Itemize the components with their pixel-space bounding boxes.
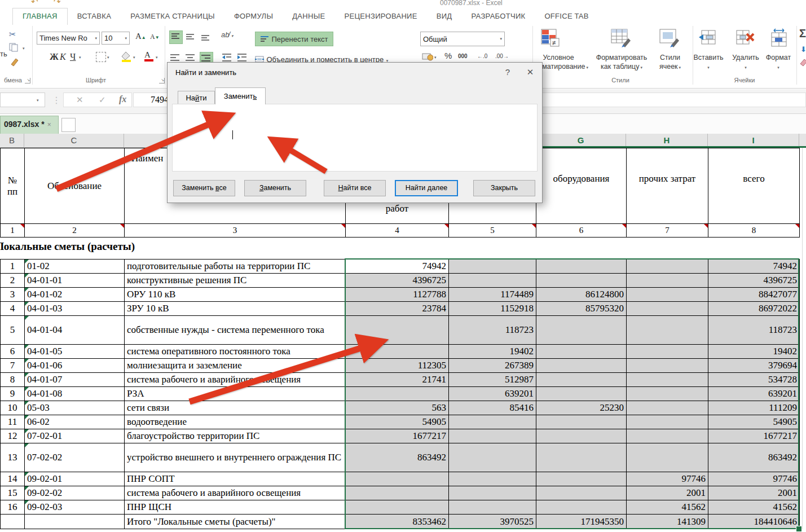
- ribbon-tab-разработчик[interactable]: РАЗРАБОТЧИК: [461, 8, 535, 25]
- row-name-cell[interactable]: система рабочего и аварийного освещения: [125, 486, 346, 500]
- value-cell[interactable]: [627, 429, 708, 443]
- value-cell[interactable]: [346, 486, 449, 500]
- value-cell[interactable]: 111209: [708, 401, 800, 415]
- row-name-cell[interactable]: ЗРУ 10 кВ: [125, 302, 346, 316]
- delete-cells-icon[interactable]: [735, 29, 755, 49]
- dialog-button-заменить[interactable]: Заменить: [244, 180, 306, 196]
- value-cell[interactable]: [449, 443, 536, 472]
- value-cell[interactable]: 74942: [708, 260, 800, 274]
- value-cell[interactable]: [627, 387, 708, 401]
- row-number-cell[interactable]: 12: [1, 429, 25, 443]
- value-cell[interactable]: [536, 274, 627, 288]
- row-name-cell[interactable]: Итого "Локальные сметы (расчеты)": [125, 515, 346, 529]
- value-cell[interactable]: [536, 429, 627, 443]
- value-cell[interactable]: [536, 260, 627, 274]
- value-cell[interactable]: 25230: [536, 401, 627, 415]
- value-cell[interactable]: 97746: [708, 472, 800, 486]
- row-name-cell[interactable]: ОРУ 110 кВ: [125, 288, 346, 302]
- row-number-cell[interactable]: 15: [1, 486, 25, 500]
- align-top-button[interactable]: [169, 30, 183, 44]
- value-cell[interactable]: 141309: [627, 515, 708, 529]
- column-number-cell-5[interactable]: 5: [449, 224, 536, 238]
- value-cell[interactable]: 1174489: [449, 288, 536, 302]
- value-cell[interactable]: [449, 472, 536, 486]
- row-name-cell[interactable]: система рабочего и аварийного освещения: [125, 373, 346, 387]
- format-as-table-icon[interactable]: [610, 28, 632, 51]
- value-cell[interactable]: 1677217: [346, 429, 449, 443]
- value-cell[interactable]: 2001: [627, 486, 708, 500]
- value-cell[interactable]: 563: [346, 401, 449, 415]
- value-cell[interactable]: 512987: [449, 373, 536, 387]
- row-number-cell[interactable]: 16: [1, 500, 25, 515]
- row-code-cell[interactable]: 04-01-06: [25, 359, 125, 373]
- row-name-cell[interactable]: ПНР ЩСН: [125, 500, 346, 515]
- ribbon-tab-рецензирование[interactable]: РЕЦЕНЗИРОВАНИЕ: [335, 8, 427, 25]
- font-dialog-launcher[interactable]: ↘: [159, 78, 165, 83]
- grow-font-button[interactable]: А▲: [135, 32, 146, 41]
- shrink-font-button[interactable]: А▼: [150, 33, 160, 41]
- name-box[interactable]: ▾: [0, 93, 45, 107]
- font-size-combo[interactable]: 10▾: [102, 32, 130, 45]
- value-cell[interactable]: 19402: [449, 345, 536, 359]
- font-color-button[interactable]: А: [144, 50, 151, 60]
- value-cell[interactable]: [449, 415, 536, 429]
- format-painter-icon[interactable]: [10, 58, 20, 69]
- header-cell-npp[interactable]: № пп: [1, 148, 25, 224]
- row-name-cell[interactable]: подготовительные работы на территории ПС: [125, 260, 346, 274]
- active-cell[interactable]: 74942: [346, 260, 449, 274]
- row-name-cell[interactable]: конструктивные решения ПС: [125, 274, 346, 288]
- value-cell[interactable]: [536, 500, 627, 515]
- value-cell[interactable]: [536, 316, 627, 345]
- column-number-cell-2[interactable]: 2: [25, 224, 125, 238]
- fill-button[interactable]: ⬇: [800, 45, 806, 54]
- value-cell[interactable]: 54905: [346, 415, 449, 429]
- ribbon-tab-разметка-страницы[interactable]: РАЗМЕТКА СТРАНИЦЫ: [121, 8, 224, 25]
- value-cell[interactable]: [346, 500, 449, 515]
- row-number-cell[interactable]: 7: [1, 359, 25, 373]
- format-as-table-button[interactable]: Форматировать как таблицу ▾: [587, 53, 657, 72]
- row-name-cell[interactable]: сети связи: [125, 401, 346, 415]
- cut-icon[interactable]: ✂: [9, 29, 16, 39]
- header-cell-obosnovanie[interactable]: Обоснование: [25, 148, 125, 224]
- row-name-cell[interactable]: устройство внешнего и внутреннего огражд…: [125, 443, 346, 472]
- value-cell[interactable]: 112305: [346, 359, 449, 373]
- borders-button[interactable]: [96, 52, 106, 62]
- value-cell[interactable]: 85416: [449, 401, 536, 415]
- dialog-tab-заменить[interactable]: Заменить: [215, 87, 266, 104]
- workbook-tab-close-icon[interactable]: ×: [47, 121, 51, 129]
- column-number-cell-4[interactable]: 4: [346, 224, 449, 238]
- column-header-I[interactable]: I: [708, 134, 799, 147]
- value-cell[interactable]: [536, 359, 627, 373]
- row-number-cell[interactable]: 6: [1, 345, 25, 359]
- row-number-cell[interactable]: [1, 515, 25, 529]
- font-color-dropdown-arrow[interactable]: ▾: [156, 55, 158, 60]
- ribbon-tab-формулы[interactable]: ФОРМУЛЫ: [224, 8, 283, 25]
- row-code-cell[interactable]: 04-01-04: [25, 316, 125, 345]
- value-cell[interactable]: [449, 260, 536, 274]
- redo-icon[interactable]: ↷: [54, 0, 61, 7]
- value-cell[interactable]: [627, 302, 708, 316]
- column-number-cell-7[interactable]: 7: [627, 224, 708, 238]
- format-cells-button[interactable]: Формат▾: [761, 53, 795, 72]
- row-code-cell[interactable]: 07-02-01: [25, 429, 125, 443]
- column-number-cell-8[interactable]: 8: [708, 224, 800, 238]
- value-cell[interactable]: 863492: [346, 443, 449, 472]
- row-code-cell[interactable]: 05-03: [25, 401, 125, 415]
- value-cell[interactable]: [449, 429, 536, 443]
- value-cell[interactable]: 1152918: [449, 302, 536, 316]
- row-code-cell[interactable]: 04-01-02: [25, 288, 125, 302]
- comma-style-button[interactable]: 000: [458, 53, 468, 59]
- row-code-cell[interactable]: 04-01-07: [25, 373, 125, 387]
- value-cell[interactable]: 4396725: [708, 274, 800, 288]
- value-cell[interactable]: [536, 443, 627, 472]
- row-name-cell[interactable]: собственные нужды - система переменного …: [125, 316, 346, 345]
- column-number-cell-6[interactable]: 6: [536, 224, 627, 238]
- row-number-cell[interactable]: 8: [1, 373, 25, 387]
- value-cell[interactable]: [627, 373, 708, 387]
- value-cell[interactable]: [627, 443, 708, 472]
- row-number-cell[interactable]: 3: [1, 288, 25, 302]
- ribbon-tab-главная[interactable]: ГЛАВНАЯ: [12, 8, 68, 25]
- value-cell[interactable]: [627, 260, 708, 274]
- row-number-cell[interactable]: 9: [1, 387, 25, 401]
- value-cell[interactable]: [536, 387, 627, 401]
